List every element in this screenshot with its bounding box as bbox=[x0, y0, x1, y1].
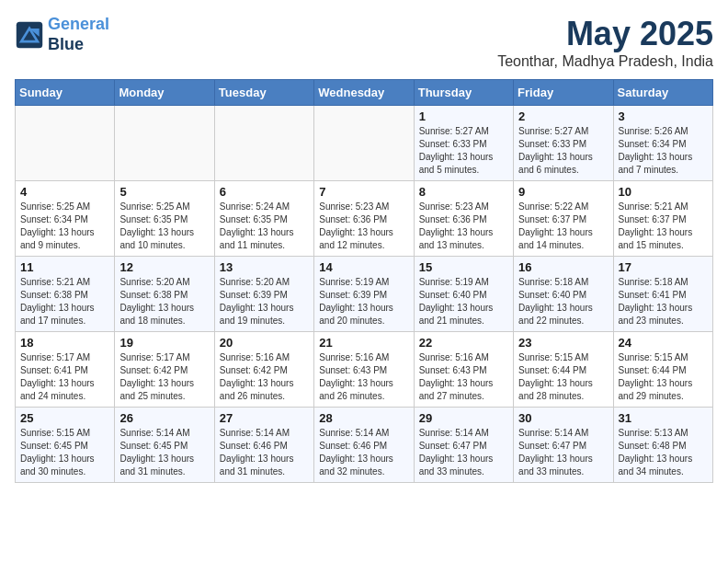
day-info: Sunrise: 5:18 AM Sunset: 6:40 PM Dayligh… bbox=[518, 276, 608, 327]
day-number: 13 bbox=[220, 260, 309, 274]
day-info: Sunrise: 5:21 AM Sunset: 6:37 PM Dayligh… bbox=[619, 201, 708, 252]
day-info: Sunrise: 5:27 AM Sunset: 6:33 PM Dayligh… bbox=[419, 125, 508, 177]
calendar-cell: 9Sunrise: 5:22 AM Sunset: 6:37 PM Daylig… bbox=[514, 181, 613, 257]
calendar-cell: 28Sunrise: 5:14 AM Sunset: 6:46 PM Dayli… bbox=[314, 408, 414, 483]
day-info: Sunrise: 5:19 AM Sunset: 6:40 PM Dayligh… bbox=[419, 276, 508, 327]
calendar-cell: 18Sunrise: 5:17 AM Sunset: 6:41 PM Dayli… bbox=[16, 332, 115, 408]
calendar-cell: 30Sunrise: 5:14 AM Sunset: 6:47 PM Dayli… bbox=[514, 408, 613, 483]
calendar-cell: 21Sunrise: 5:16 AM Sunset: 6:43 PM Dayli… bbox=[314, 332, 414, 408]
col-tuesday: Tuesday bbox=[214, 80, 313, 106]
day-number: 10 bbox=[619, 185, 708, 199]
day-info: Sunrise: 5:16 AM Sunset: 6:42 PM Dayligh… bbox=[220, 351, 309, 403]
col-thursday: Thursday bbox=[414, 80, 513, 106]
calendar-cell: 24Sunrise: 5:15 AM Sunset: 6:44 PM Dayli… bbox=[613, 332, 712, 408]
day-number: 15 bbox=[419, 260, 508, 274]
day-number: 30 bbox=[518, 411, 608, 425]
calendar-cell: 5Sunrise: 5:25 AM Sunset: 6:35 PM Daylig… bbox=[115, 181, 214, 257]
day-number: 14 bbox=[319, 260, 408, 274]
col-monday: Monday bbox=[115, 80, 214, 106]
day-number: 22 bbox=[419, 336, 508, 350]
page-header: General Blue May 2025 Teonthar, Madhya P… bbox=[15, 15, 713, 70]
calendar-table: Sunday Monday Tuesday Wednesday Thursday… bbox=[15, 79, 713, 483]
day-number: 5 bbox=[119, 185, 209, 199]
logo: General Blue bbox=[15, 15, 109, 54]
col-wednesday: Wednesday bbox=[314, 80, 414, 106]
day-number: 27 bbox=[220, 411, 309, 425]
day-number: 16 bbox=[518, 260, 608, 274]
day-info: Sunrise: 5:22 AM Sunset: 6:37 PM Dayligh… bbox=[518, 201, 608, 252]
day-info: Sunrise: 5:14 AM Sunset: 6:47 PM Dayligh… bbox=[419, 427, 508, 478]
day-info: Sunrise: 5:17 AM Sunset: 6:41 PM Dayligh… bbox=[20, 351, 109, 403]
day-number: 4 bbox=[20, 185, 109, 199]
day-number: 11 bbox=[20, 260, 109, 274]
calendar-cell: 2Sunrise: 5:27 AM Sunset: 6:33 PM Daylig… bbox=[514, 106, 613, 181]
calendar-cell bbox=[115, 106, 214, 181]
calendar-cell: 10Sunrise: 5:21 AM Sunset: 6:37 PM Dayli… bbox=[613, 181, 712, 257]
day-number: 1 bbox=[419, 109, 508, 123]
calendar-cell: 16Sunrise: 5:18 AM Sunset: 6:40 PM Dayli… bbox=[514, 257, 613, 332]
day-number: 31 bbox=[619, 411, 708, 425]
calendar-week-row: 4Sunrise: 5:25 AM Sunset: 6:34 PM Daylig… bbox=[16, 181, 713, 257]
title-block: May 2025 Teonthar, Madhya Pradesh, India bbox=[497, 15, 713, 70]
day-number: 20 bbox=[220, 336, 309, 350]
calendar-cell bbox=[314, 106, 414, 181]
day-info: Sunrise: 5:16 AM Sunset: 6:43 PM Dayligh… bbox=[319, 351, 408, 403]
calendar-cell: 3Sunrise: 5:26 AM Sunset: 6:34 PM Daylig… bbox=[613, 106, 712, 181]
calendar-cell: 12Sunrise: 5:20 AM Sunset: 6:38 PM Dayli… bbox=[115, 257, 214, 332]
calendar-cell: 19Sunrise: 5:17 AM Sunset: 6:42 PM Dayli… bbox=[115, 332, 214, 408]
day-info: Sunrise: 5:23 AM Sunset: 6:36 PM Dayligh… bbox=[419, 201, 508, 252]
calendar-cell: 20Sunrise: 5:16 AM Sunset: 6:42 PM Dayli… bbox=[214, 332, 313, 408]
calendar-cell bbox=[16, 106, 115, 181]
day-number: 21 bbox=[319, 336, 408, 350]
calendar-cell: 11Sunrise: 5:21 AM Sunset: 6:38 PM Dayli… bbox=[16, 257, 115, 332]
calendar-cell: 26Sunrise: 5:14 AM Sunset: 6:45 PM Dayli… bbox=[115, 408, 214, 483]
day-info: Sunrise: 5:23 AM Sunset: 6:36 PM Dayligh… bbox=[319, 201, 408, 252]
calendar-cell: 1Sunrise: 5:27 AM Sunset: 6:33 PM Daylig… bbox=[414, 106, 513, 181]
day-info: Sunrise: 5:21 AM Sunset: 6:38 PM Dayligh… bbox=[20, 276, 109, 327]
day-info: Sunrise: 5:15 AM Sunset: 6:44 PM Dayligh… bbox=[518, 351, 608, 403]
calendar-week-row: 25Sunrise: 5:15 AM Sunset: 6:45 PM Dayli… bbox=[16, 408, 713, 483]
calendar-cell: 31Sunrise: 5:13 AM Sunset: 6:48 PM Dayli… bbox=[613, 408, 712, 483]
day-number: 6 bbox=[220, 185, 309, 199]
day-info: Sunrise: 5:16 AM Sunset: 6:43 PM Dayligh… bbox=[419, 351, 508, 403]
calendar-cell: 25Sunrise: 5:15 AM Sunset: 6:45 PM Dayli… bbox=[16, 408, 115, 483]
logo-icon bbox=[15, 20, 44, 50]
calendar-cell: 4Sunrise: 5:25 AM Sunset: 6:34 PM Daylig… bbox=[16, 181, 115, 257]
calendar-week-row: 1Sunrise: 5:27 AM Sunset: 6:33 PM Daylig… bbox=[16, 106, 713, 181]
calendar-cell: 6Sunrise: 5:24 AM Sunset: 6:35 PM Daylig… bbox=[214, 181, 313, 257]
day-number: 19 bbox=[119, 336, 209, 350]
calendar-header-row: Sunday Monday Tuesday Wednesday Thursday… bbox=[16, 80, 713, 106]
day-info: Sunrise: 5:15 AM Sunset: 6:45 PM Dayligh… bbox=[20, 427, 109, 478]
day-info: Sunrise: 5:19 AM Sunset: 6:39 PM Dayligh… bbox=[319, 276, 408, 327]
day-info: Sunrise: 5:14 AM Sunset: 6:46 PM Dayligh… bbox=[319, 427, 408, 478]
day-info: Sunrise: 5:14 AM Sunset: 6:47 PM Dayligh… bbox=[518, 427, 608, 478]
day-number: 3 bbox=[619, 109, 708, 123]
day-info: Sunrise: 5:13 AM Sunset: 6:48 PM Dayligh… bbox=[619, 427, 708, 478]
calendar-cell: 23Sunrise: 5:15 AM Sunset: 6:44 PM Dayli… bbox=[514, 332, 613, 408]
day-number: 29 bbox=[419, 411, 508, 425]
calendar-cell: 22Sunrise: 5:16 AM Sunset: 6:43 PM Dayli… bbox=[414, 332, 513, 408]
day-number: 26 bbox=[119, 411, 209, 425]
day-number: 23 bbox=[518, 336, 608, 350]
calendar-cell: 27Sunrise: 5:14 AM Sunset: 6:46 PM Dayli… bbox=[214, 408, 313, 483]
col-friday: Friday bbox=[514, 80, 613, 106]
day-info: Sunrise: 5:17 AM Sunset: 6:42 PM Dayligh… bbox=[119, 351, 209, 403]
day-number: 8 bbox=[419, 185, 508, 199]
calendar-cell: 13Sunrise: 5:20 AM Sunset: 6:39 PM Dayli… bbox=[214, 257, 313, 332]
day-number: 24 bbox=[619, 336, 708, 350]
day-info: Sunrise: 5:26 AM Sunset: 6:34 PM Dayligh… bbox=[619, 125, 708, 177]
day-info: Sunrise: 5:20 AM Sunset: 6:39 PM Dayligh… bbox=[220, 276, 309, 327]
day-info: Sunrise: 5:15 AM Sunset: 6:44 PM Dayligh… bbox=[619, 351, 708, 403]
day-info: Sunrise: 5:14 AM Sunset: 6:46 PM Dayligh… bbox=[220, 427, 309, 478]
main-title: May 2025 bbox=[497, 15, 713, 53]
day-info: Sunrise: 5:20 AM Sunset: 6:38 PM Dayligh… bbox=[119, 276, 209, 327]
subtitle: Teonthar, Madhya Pradesh, India bbox=[497, 53, 713, 70]
calendar-cell: 15Sunrise: 5:19 AM Sunset: 6:40 PM Dayli… bbox=[414, 257, 513, 332]
day-info: Sunrise: 5:14 AM Sunset: 6:45 PM Dayligh… bbox=[119, 427, 209, 478]
day-number: 25 bbox=[20, 411, 109, 425]
day-number: 28 bbox=[319, 411, 408, 425]
day-number: 7 bbox=[319, 185, 408, 199]
calendar-cell: 7Sunrise: 5:23 AM Sunset: 6:36 PM Daylig… bbox=[314, 181, 414, 257]
day-number: 18 bbox=[20, 336, 109, 350]
calendar-cell bbox=[214, 106, 313, 181]
